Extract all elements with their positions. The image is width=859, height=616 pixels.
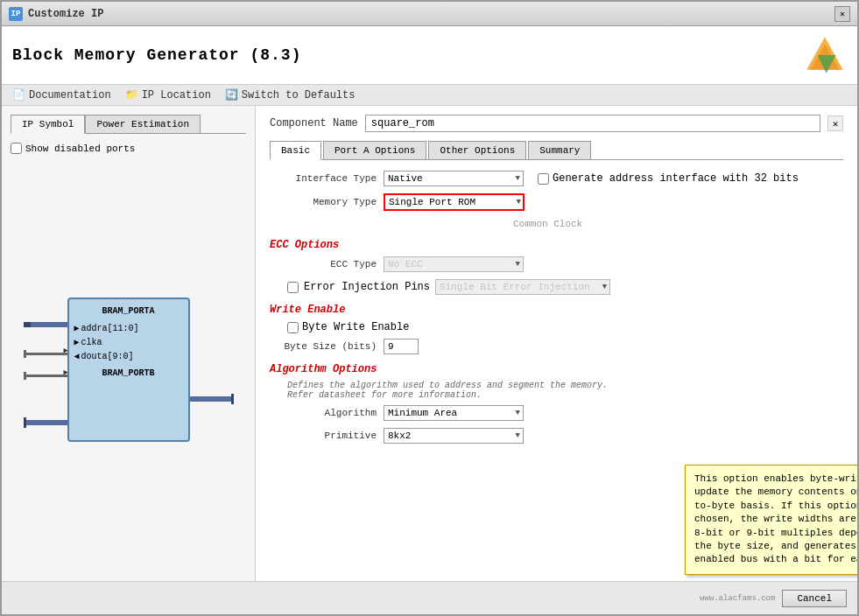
primitive-wrapper: 8kx2 8kx4 16kx1 ▼ <box>384 428 524 444</box>
ecc-type-row: ECC Type No ECC Hamming SECDED ▼ <box>270 256 843 272</box>
port-addra: addra[11:0] <box>81 324 139 333</box>
tab-summary[interactable]: Summary <box>528 141 591 159</box>
error-injection-wrapper: Single Bit Error Injection Single Error … <box>435 279 610 295</box>
switch-defaults-label: Switch to Defaults <box>242 89 356 102</box>
tooltip-text: This option enables byte-writes, which u… <box>694 473 857 564</box>
show-disabled-label: Show disabled ports <box>25 144 135 154</box>
ecc-type-wrapper: No ECC Hamming SECDED ▼ <box>384 256 524 272</box>
error-injection-checkbox[interactable] <box>287 282 299 293</box>
byte-write-label: Byte Write Enable <box>302 321 409 333</box>
window-icon: IP <box>9 7 23 21</box>
algorithm-options-section: Algorithm Options Defines the algorithm … <box>270 363 843 444</box>
bottom-bar: www.alacfams.com Cancel <box>2 581 857 614</box>
interface-type-row: Interface Type Native AXI4 ▼ Generate ad… <box>270 171 843 186</box>
bram-portb-label: BRAM_PORTB <box>102 368 154 378</box>
title-bar: IP Customize IP ✕ <box>2 2 857 26</box>
toolbar: 📄 Documentation 📁 IP Location 🔄 Switch t… <box>2 85 857 106</box>
ecc-type-select[interactable]: No ECC Hamming SECDED <box>384 256 524 272</box>
title-bar-left: IP Customize IP <box>9 7 103 21</box>
memory-type-wrapper: Single Port RAM Simple Dual Port RAM Tru… <box>384 193 525 211</box>
error-injection-select[interactable]: Single Bit Error Injection Single Error … <box>435 279 610 295</box>
memory-type-label: Memory Type <box>270 197 384 207</box>
byte-write-checkbox[interactable] <box>287 322 299 333</box>
algo-description: Defines the algorithm used to address an… <box>287 381 843 400</box>
common-clock-label: Common Clock <box>513 219 582 229</box>
memory-type-select[interactable]: Single Port RAM Simple Dual Port RAM Tru… <box>384 193 525 211</box>
byte-write-row: Byte Write Enable <box>287 321 843 333</box>
error-injection-label: Error Injection Pins <box>304 281 430 293</box>
main-header: Block Memory Generator (8.3) <box>2 26 857 85</box>
ecc-options-title: ECC Options <box>270 239 843 251</box>
generate-address-checkbox[interactable] <box>538 173 549 185</box>
interface-type-select[interactable]: Native AXI4 <box>384 171 524 186</box>
component-name-input[interactable] <box>365 115 820 132</box>
common-clock-row: Common Clock <box>391 218 843 230</box>
ecc-type-label: ECC Type <box>270 259 384 270</box>
right-panel: Component Name ✕ Basic Port A Options Ot… <box>256 106 857 581</box>
algorithm-row: Algorithm Minimum Area Low Power Fixed P… <box>270 405 843 421</box>
ip-location-link[interactable]: 📁 IP Location <box>125 88 211 102</box>
tab-power-estimation[interactable]: Power Estimation <box>85 115 201 133</box>
interface-type-wrapper: Native AXI4 ▼ <box>384 171 524 186</box>
byte-size-input[interactable] <box>384 339 419 354</box>
watermark: www.alacfams.com <box>700 594 775 603</box>
show-disabled-row: Show disabled ports <box>11 143 246 154</box>
algo-options-title: Algorithm Options <box>270 363 843 375</box>
port-douta: douta[9:0] <box>81 352 134 361</box>
left-panel: IP Symbol Power Estimation Show disabled… <box>2 106 256 581</box>
ip-location-icon: 📁 <box>125 88 138 102</box>
algorithm-select[interactable]: Minimum Area Low Power Fixed Primitives <box>384 405 524 421</box>
bram-porta-label: BRAM_PORTA <box>102 306 154 316</box>
primitive-select[interactable]: 8kx2 8kx4 16kx1 <box>384 428 524 444</box>
write-enable-title: Write Enable <box>270 304 843 316</box>
clear-name-button[interactable]: ✕ <box>827 116 843 131</box>
content-area: IP Symbol Power Estimation Show disabled… <box>2 106 857 581</box>
main-window: IP Customize IP ✕ Block Memory Generator… <box>0 0 859 616</box>
symbol-area: ▶ ▶ ◀ BRAM_PORT <box>11 163 246 572</box>
error-injection-row: Error Injection Pins Single Bit Error In… <box>287 279 843 295</box>
primitive-label: Primitive <box>270 430 384 441</box>
algorithm-wrapper: Minimum Area Low Power Fixed Primitives … <box>384 405 524 421</box>
show-disabled-checkbox[interactable] <box>11 143 22 154</box>
window-close-button[interactable]: ✕ <box>834 6 850 22</box>
port-clka: clka <box>81 338 102 347</box>
vivado-logo <box>803 33 847 77</box>
tab-port-a-options[interactable]: Port A Options <box>323 141 426 159</box>
write-enable-section: Write Enable Byte Write Enable Byte Size… <box>270 304 843 354</box>
switch-defaults-icon: 🔄 <box>225 88 238 102</box>
cancel-button[interactable]: Cancel <box>782 590 847 607</box>
component-name-label: Component Name <box>270 117 358 130</box>
main-tabs: Basic Port A Options Other Options Summa… <box>270 141 843 160</box>
ecc-options-section: ECC Options ECC Type No ECC Hamming SECD… <box>270 239 843 295</box>
component-name-row: Component Name ✕ <box>270 115 843 132</box>
app-title: Block Memory Generator (8.3) <box>12 46 301 64</box>
byte-size-label: Byte Size (bits) <box>270 341 384 352</box>
documentation-icon: 📄 <box>12 88 25 102</box>
tab-other-options[interactable]: Other Options <box>428 141 526 159</box>
tab-basic[interactable]: Basic <box>270 141 321 160</box>
window-title: Customize IP <box>28 8 103 20</box>
memory-type-row: Memory Type Single Port RAM Simple Dual … <box>270 193 843 211</box>
documentation-link[interactable]: 📄 Documentation <box>12 88 111 102</box>
tab-ip-symbol[interactable]: IP Symbol <box>11 115 85 134</box>
algorithm-label: Algorithm <box>270 408 384 418</box>
byte-size-row: Byte Size (bits) <box>270 339 843 354</box>
generate-address-label: Generate address interface with 32 bits <box>553 172 799 185</box>
primitive-row: Primitive 8kx2 8kx4 16kx1 ▼ <box>270 428 843 444</box>
tooltip-box: This option enables byte-writes, which u… <box>685 465 857 575</box>
ip-location-label: IP Location <box>142 89 211 102</box>
documentation-label: Documentation <box>29 89 111 102</box>
generate-address-row: Generate address interface with 32 bits <box>538 172 799 185</box>
left-tabs: IP Symbol Power Estimation <box>11 115 246 134</box>
interface-type-label: Interface Type <box>270 173 384 184</box>
switch-defaults-link[interactable]: 🔄 Switch to Defaults <box>225 88 356 102</box>
